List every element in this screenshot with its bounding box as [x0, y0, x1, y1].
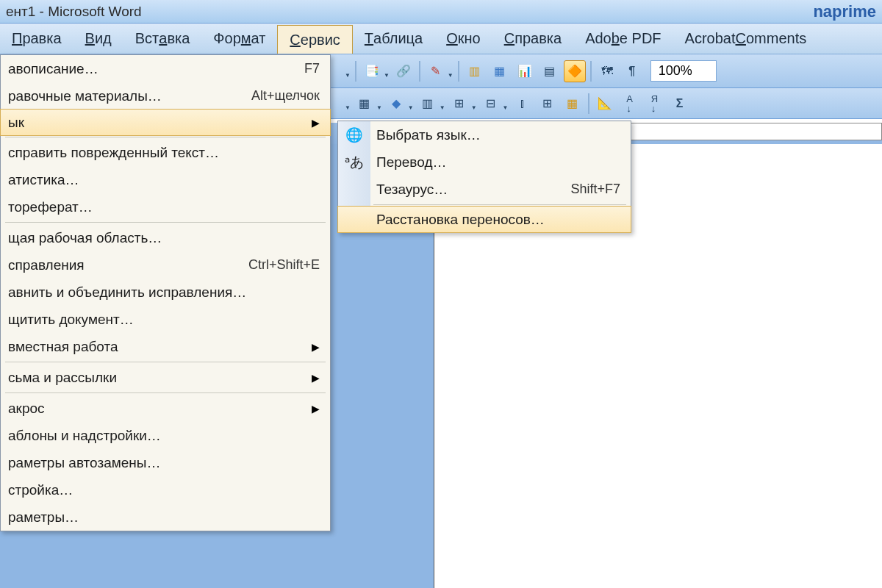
menu-item[interactable]: вместная работа▶ [1, 333, 330, 360]
titlebar: ент1 - Microsoft Word naprime [0, 0, 882, 24]
insert-table-icon[interactable]: ▥ [417, 93, 439, 115]
dropdown-arrow-icon[interactable]: ▼ [408, 96, 414, 111]
menu-item[interactable]: ᵃあПеревод… [338, 148, 631, 176]
menu-вид[interactable]: Вид [74, 24, 123, 54]
menu-item[interactable]: ык▶ [0, 109, 331, 136]
menu-item[interactable]: щая рабочая область… [1, 224, 330, 251]
dist-rows-icon[interactable]: ⫿ [512, 93, 534, 115]
menu-справка[interactable]: Справка [492, 24, 573, 54]
language-submenu: 🌐Выбрать язык…ᵃあПеревод…Тезаурус…Shift+F… [337, 121, 631, 233]
toolbar-button[interactable]: 🔗 [392, 60, 415, 82]
drawing-icon[interactable]: ✎ [425, 60, 447, 82]
menu-item[interactable]: 🌐Выбрать язык… [338, 121, 631, 148]
menu-вставка[interactable]: Вставка [123, 24, 202, 54]
menu-item[interactable]: тореферат… [1, 193, 330, 220]
separator [590, 61, 592, 82]
watermark: naprime [813, 2, 876, 21]
dropdown-arrow-icon[interactable]: ▼ [345, 96, 351, 111]
menu-item-label: атистика… [8, 172, 320, 188]
menu-item[interactable]: раметры… [1, 503, 330, 531]
menu-separator [5, 137, 326, 137]
menu-item-label: Тезаурус… [376, 182, 556, 198]
separator [588, 93, 589, 114]
menu-окно[interactable]: Окно [434, 24, 492, 54]
fill-icon[interactable]: ◆ [385, 93, 407, 115]
menu-item[interactable]: справленияCtrl+Shift+E [1, 251, 330, 279]
toolbar-button[interactable]: 📊 [514, 60, 536, 82]
menu-item[interactable]: сьма и рассылки▶ [1, 364, 330, 391]
menu-item-label: Расстановка переносов… [376, 212, 620, 228]
menu-item-label: ык [8, 115, 303, 131]
menu-item-label: тореферат… [8, 199, 320, 215]
menu-item-label: щитить документ… [8, 312, 320, 328]
menu-item-label: Выбрать язык… [376, 127, 620, 143]
menu-формат[interactable]: Формат [201, 24, 277, 54]
dropdown-arrow-icon[interactable]: ▼ [345, 64, 351, 79]
active-tool-icon[interactable]: 🔶 [564, 60, 586, 82]
autofit-icon[interactable]: ▦ [562, 93, 584, 115]
menu-separator [5, 222, 326, 223]
menu-item[interactable]: авописание…F7 [1, 55, 330, 82]
menu-item-label: раметры… [8, 509, 320, 526]
submenu-arrow-icon: ▶ [312, 403, 320, 415]
submenu-arrow-icon: ▶ [312, 372, 320, 384]
menu-acrobat comments[interactable]: Acrobat Comments [673, 24, 819, 54]
menu-separator [5, 392, 326, 393]
dropdown-arrow-icon[interactable]: ▼ [503, 96, 509, 111]
pilcrow-icon[interactable]: ¶ [621, 60, 643, 82]
menu-item[interactable]: равочные материалы…Alt+щелчок [1, 82, 330, 110]
dist-cols-icon[interactable]: ⊞ [537, 93, 559, 115]
menu-таблица[interactable]: Таблица [353, 24, 434, 54]
menu-item-label: авнить и объединить исправления… [8, 284, 320, 301]
menu-item[interactable]: Расстановка переносов… [337, 206, 631, 233]
menu-правка[interactable]: Правка [0, 24, 74, 54]
menu-item[interactable]: авнить и объединить исправления… [1, 279, 330, 306]
dropdown-arrow-icon[interactable]: ▼ [376, 96, 382, 111]
style1-icon[interactable]: ▥ [464, 60, 486, 82]
menu-сервис[interactable]: Сервис [277, 25, 353, 54]
menu-shortcut: Alt+щелчок [251, 88, 320, 104]
menu-item[interactable]: аблоны и надстройки… [1, 422, 330, 449]
menu-item[interactable]: раметры автозамены… [1, 449, 330, 476]
separator [458, 61, 459, 82]
menu-item-label: стройка… [8, 482, 320, 498]
sum-icon[interactable]: Σ [669, 93, 691, 115]
dropdown-arrow-icon[interactable]: ▼ [448, 64, 453, 79]
columns-icon[interactable]: ▤ [539, 60, 561, 82]
toolbar-button[interactable]: 📑 [361, 60, 383, 82]
submenu-arrow-icon: ▶ [312, 341, 320, 353]
menu-item[interactable]: атистика… [1, 166, 330, 193]
menu-item[interactable]: стройка… [1, 476, 330, 503]
dropdown-arrow-icon[interactable]: ▼ [471, 96, 477, 111]
menu-item-label: авописание… [8, 61, 290, 77]
dropdown-arrow-icon[interactable]: ▼ [384, 64, 390, 79]
zoom-field[interactable]: 100% [650, 60, 717, 82]
menu-item-label: Перевод… [376, 154, 620, 171]
globe-icon: 🌐 [344, 126, 365, 145]
translate-icon: ᵃあ [344, 153, 365, 172]
service-menu-dropdown: авописание…F7равочные материалы…Alt+щелч… [0, 54, 331, 531]
sort-asc-icon[interactable]: А↓ [619, 93, 641, 115]
menu-item-label: сьма и рассылки [8, 370, 303, 386]
menu-item-label: акрос [8, 401, 303, 417]
menu-item[interactable]: Тезаурус…Shift+F7 [338, 176, 631, 203]
sort-desc-icon[interactable]: Я↓ [644, 93, 666, 115]
merge-icon[interactable]: ⊞ [448, 93, 470, 115]
submenu-arrow-icon: ▶ [312, 117, 320, 129]
menu-item-label: вместная работа [8, 339, 303, 355]
menu-item[interactable]: акрос▶ [1, 395, 330, 422]
toolbar-button[interactable]: 🗺 [596, 60, 618, 82]
menu-item-label: аблоны и надстройки… [8, 428, 320, 444]
menu-separator [5, 362, 326, 362]
split-icon[interactable]: ⊟ [480, 93, 502, 115]
menu-shortcut: Shift+F7 [570, 182, 620, 197]
menu-item-label: справления [8, 257, 234, 273]
menu-adobe pdf[interactable]: Adobe PDF [573, 24, 673, 54]
menu-item[interactable]: щитить документ… [1, 306, 330, 333]
dropdown-arrow-icon[interactable]: ▼ [440, 96, 445, 111]
style2-icon[interactable]: ▦ [489, 60, 511, 82]
table-icon[interactable]: ▦ [354, 93, 376, 115]
menu-shortcut: F7 [304, 61, 320, 76]
toolbar-button[interactable]: 📐 [594, 93, 616, 115]
menu-item[interactable]: справить поврежденный текст… [1, 139, 330, 166]
